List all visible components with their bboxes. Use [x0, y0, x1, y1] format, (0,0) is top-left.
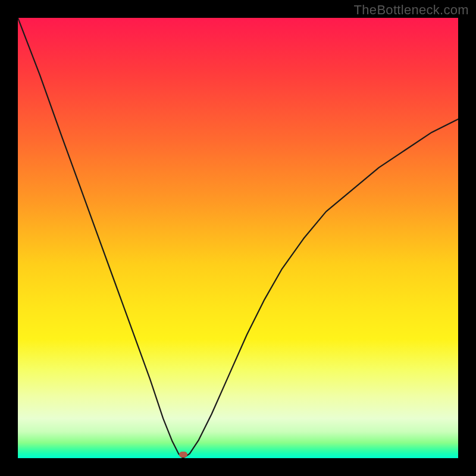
watermark-label: TheBottleneck.com — [354, 2, 469, 18]
chart-frame: TheBottleneck.com — [0, 0, 476, 476]
bottleneck-curve — [18, 18, 458, 458]
bottleneck-marker — [179, 452, 187, 458]
curve-svg — [18, 18, 458, 458]
plot-area — [18, 18, 458, 458]
